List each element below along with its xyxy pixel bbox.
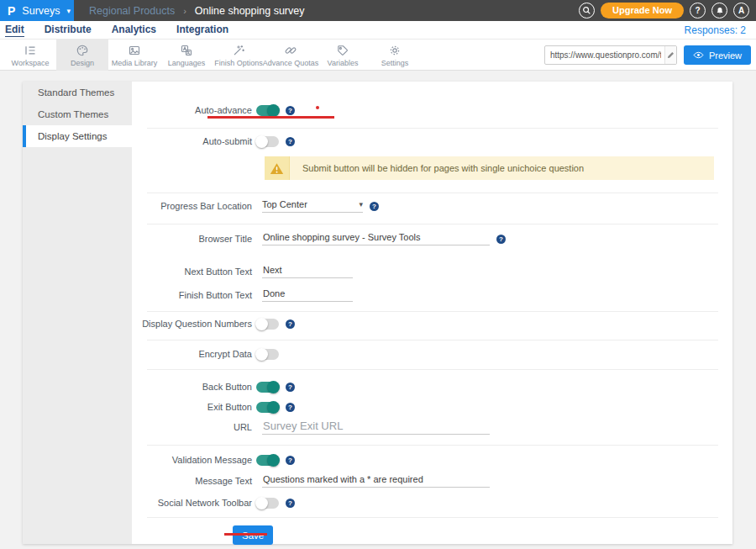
auto-advance-help-icon[interactable]: ? [286,106,295,115]
auto-submit-warning: Submit button will be hidden for pages w… [265,156,714,180]
chevron-down-icon: ▾ [67,7,71,15]
auto-advance-toggle[interactable] [256,105,279,116]
preview-button[interactable]: Preview [684,45,751,65]
progress-bar-help-icon[interactable]: ? [370,202,379,211]
exit-button-row: Exit Button ? [132,399,732,415]
nav-tab-analytics[interactable]: Analytics [112,24,156,37]
next-button-text-label: Next Button Text [132,267,256,277]
auto-advance-label: Auto-advance [132,105,256,115]
next-button-text-input[interactable] [262,265,353,278]
edit-url-button[interactable] [664,46,676,64]
auto-submit-label: Auto-submit [132,136,256,146]
divider [147,340,718,340]
finish-button-text-input[interactable] [262,288,353,302]
finish-options-icon [232,44,245,57]
auto-submit-help-icon[interactable]: ? [286,137,295,146]
exit-button-help-icon[interactable]: ? [286,403,295,412]
themes-sidebar: Standard Themes Custom Themes Display Se… [23,82,132,544]
pencil-icon [667,51,675,59]
help-button[interactable]: ? [690,3,706,18]
avatar[interactable]: A [733,3,749,18]
progress-bar-location-select[interactable]: Top Center ▾ [262,199,363,213]
validation-message-toggle[interactable] [256,455,279,466]
product-switcher[interactable]: P Surveys ▾ [0,0,74,21]
divider [147,224,718,224]
finish-button-text-row: Finish Button Text [132,287,732,304]
toolbar-item-workspace[interactable]: Workspace [4,40,56,71]
preview-label: Preview [709,50,742,61]
validation-message-help-icon[interactable]: ? [286,456,295,465]
toolbar-right: Preview [544,45,751,65]
toolbar-item-media-library[interactable]: Media Library [108,40,160,71]
encrypt-data-label: Encrypt Data [132,349,256,359]
message-text-label: Message Text [132,476,256,486]
toolbar-item-finish-options[interactable]: Finish Options [213,40,265,71]
sidebar-item-display-settings[interactable]: Display Settings [23,125,132,147]
display-question-numbers-label: Display Question Numbers [132,319,256,329]
progress-bar-location-row: Progress Bar Location Top Center ▾ ? [132,198,732,214]
search-button[interactable] [579,3,595,18]
display-question-numbers-help-icon[interactable]: ? [286,319,295,329]
browser-title-help-icon[interactable]: ? [496,235,506,244]
annotation-underline-auto-advance [207,116,334,119]
encrypt-data-row: Encrypt Data [132,346,732,362]
progress-bar-location-value: Top Center [262,199,307,209]
toolbar-item-settings[interactable]: Settings [369,40,421,71]
sidebar-item-standard-themes[interactable]: Standard Themes [23,82,132,103]
message-text-input[interactable] [262,474,490,488]
media-library-icon [128,44,141,57]
nav-items: Edit Distribute Analytics Integration [0,24,228,37]
survey-url-input[interactable] [545,50,664,60]
auto-submit-toggle[interactable] [256,136,279,147]
breadcrumb: Regional Products › Online shopping surv… [89,5,304,17]
toolbar-item-advance-quotas[interactable]: Advance Quotas [265,40,317,71]
divider [147,445,718,446]
toolbar-item-variables[interactable]: Variables [317,40,369,71]
annotation-red-dot [316,106,319,109]
toolbar-item-design[interactable]: Design [56,40,108,71]
workspace-icon [24,44,37,57]
social-network-toolbar-row: Social Network Toolbar ? [132,494,732,511]
responses-badge[interactable]: Responses: 2 [685,24,746,36]
nav-tab-distribute[interactable]: Distribute [45,24,92,37]
languages-icon [180,44,193,57]
back-button-label: Back Button [132,382,256,392]
display-settings-form: Auto-advance ? Auto-submit ? Submit but [132,82,732,544]
social-network-toolbar-help-icon[interactable]: ? [286,499,295,508]
display-question-numbers-row: Display Question Numbers ? [132,315,732,332]
next-button-text-row: Next Button Text [132,263,732,280]
annotation-underline-save [224,533,267,536]
nav-tab-integration[interactable]: Integration [176,24,228,37]
exit-url-row: URL [132,419,732,436]
browser-title-label: Browser Title [132,234,256,244]
chevron-down-icon: ▾ [359,200,363,209]
warning-message: Submit button will be hidden for pages w… [290,156,584,180]
app-name: Surveys [22,5,60,17]
encrypt-data-toggle[interactable] [256,349,279,360]
back-button-help-icon[interactable]: ? [286,383,295,392]
advance-quotas-icon [284,44,297,57]
finish-button-text-label: Finish Button Text [132,290,256,300]
page-title: Online shopping survey [195,5,305,17]
social-network-toolbar-toggle[interactable] [256,498,279,509]
notifications-button[interactable] [711,3,727,18]
upgrade-now-button[interactable]: Upgrade Now [601,3,684,18]
display-settings-panel: Standard Themes Custom Themes Display Se… [23,82,732,544]
breadcrumb-separator: › [183,6,186,16]
exit-button-label: Exit Button [132,402,256,412]
warning-icon-cell [265,156,290,180]
browser-title-input[interactable] [262,232,490,245]
back-button-toggle[interactable] [256,382,279,393]
exit-button-toggle[interactable] [256,402,279,413]
sidebar-item-custom-themes[interactable]: Custom Themes [23,103,132,125]
auto-submit-row: Auto-submit ? [132,133,732,150]
display-question-numbers-toggle[interactable] [256,319,279,330]
toolbar-item-languages[interactable]: Languages [160,40,213,71]
breadcrumb-parent[interactable]: Regional Products [89,5,175,17]
search-icon [582,6,591,15]
variables-icon [336,44,349,57]
social-network-toolbar-label: Social Network Toolbar [132,498,256,508]
exit-url-input[interactable] [262,420,490,435]
nav-tab-edit[interactable]: Edit [5,24,24,37]
divider [147,128,718,129]
